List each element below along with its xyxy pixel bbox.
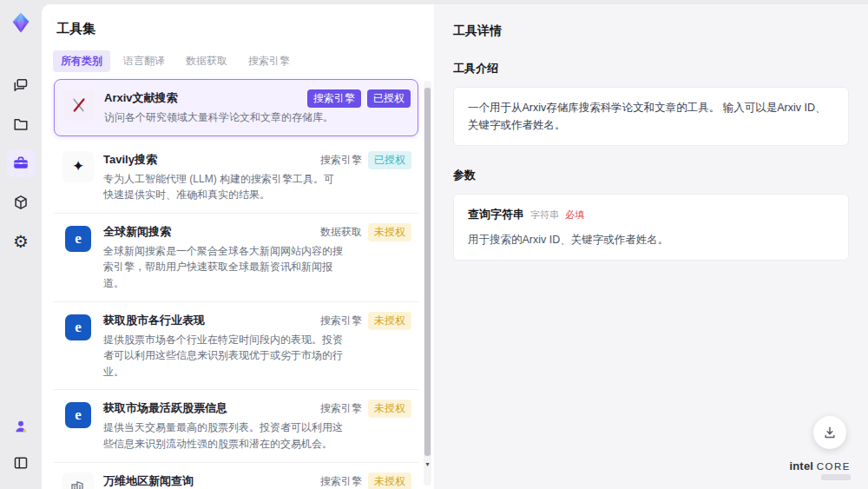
intel-wordmark: intel: [789, 459, 813, 472]
main-window: 工具集 所有类别语言翻译数据获取搜索引擎 Arxiv文献搜索访问各个研究领域大量…: [42, 4, 868, 489]
tool-list: Arxiv文献搜索访问各个研究领域大量科学论文和文章的存储库。搜索引擎已授权✦T…: [42, 77, 434, 489]
tool-card[interactable]: e全球新闻搜索全球新闻搜索是一个聚合全球各大新闻网站内容的搜索引擎，帮助用户快速…: [54, 214, 418, 302]
tool-description: 全球新闻搜索是一个聚合全球各大新闻网站内容的搜索引擎，帮助用户快速获取全球最新资…: [103, 243, 343, 292]
user-icon: [12, 418, 30, 435]
tool-list-panel: 工具集 所有类别语言翻译数据获取搜索引擎 Arxiv文献搜索访问各个研究领域大量…: [42, 4, 434, 489]
gem-logo-icon: [9, 10, 33, 35]
left-rail: ⚙: [0, 0, 42, 489]
tool-card[interactable]: e获取股市各行业表现提供股票市场各个行业在特定时间段内的表现。投资者可以利用这些…: [54, 302, 418, 391]
app-window: ⚙ 工具集 所有类别语言翻译数据获取搜索引擎 Arxiv文献搜索访问各个研究领域…: [0, 0, 868, 489]
intel-core-badge: intel CORE: [789, 459, 851, 480]
download-icon: [822, 425, 838, 440]
folder-icon: [12, 116, 30, 133]
tool-name: 全球新闻搜索: [103, 224, 343, 240]
param-type: 字符串: [530, 208, 559, 223]
panel-toggle-icon: [12, 454, 30, 472]
tool-tags: 搜索引擎未授权: [320, 400, 411, 418]
tool-name: 获取市场最活跃股票信息: [103, 400, 343, 416]
auth-status-badge: 未授权: [368, 223, 411, 241]
tool-detail-panel: 工具详情 工具介绍 一个用于从Arxiv存储库搜索科学论文和文章的工具。 输入可…: [434, 4, 868, 489]
detail-title: 工具详情: [453, 23, 849, 39]
download-button[interactable]: [813, 416, 846, 449]
intel-core-logo: intel CORE: [789, 459, 851, 472]
tool-description: 提供当天交易量最高的股票列表。投资者可以利用这些信息来识别流动性强的股票和潜在的…: [103, 420, 343, 452]
category-tag: 数据获取: [320, 223, 362, 241]
tool-tags: 数据获取未授权: [320, 223, 411, 241]
intro-text: 一个用于从Arxiv存储库搜索科学论文和文章的工具。 输入可以是Arxiv ID…: [468, 102, 826, 131]
tool-tags: 搜索引擎已授权: [307, 89, 411, 108]
category-tag: 搜索引擎: [320, 151, 362, 169]
params-heading: 参数: [453, 168, 849, 183]
tool-name: Tavily搜索: [103, 152, 343, 168]
tool-card[interactable]: 万维地区新闻查询查询具体行政区划内的新闻，快速了解各地新闻动搜索引擎未授权: [54, 463, 418, 489]
param-header: 查询字符串 字符串 必填: [468, 206, 834, 224]
cube-icon: [12, 194, 30, 211]
category-tabs: 所有类别语言翻译数据获取搜索引擎: [42, 37, 434, 77]
juhe-e-icon: e: [62, 223, 94, 254]
auth-status-badge: 已授权: [368, 151, 411, 169]
sidebar-item-user[interactable]: [7, 413, 35, 440]
juhe-e-icon: e: [62, 400, 94, 431]
chat-icon: [12, 76, 30, 94]
tool-card[interactable]: Arxiv文献搜索访问各个研究领域大量科学论文和文章的存储库。搜索引擎已授权: [54, 79, 418, 136]
intro-box: 一个用于从Arxiv存储库搜索科学论文和文章的工具。 输入可以是Arxiv ID…: [453, 87, 849, 146]
tab-3[interactable]: 搜索引擎: [240, 50, 298, 72]
sidebar-item-chat[interactable]: [7, 71, 35, 99]
tab-0[interactable]: 所有类别: [53, 50, 110, 72]
intel-sub-badge: [821, 474, 851, 480]
category-tag: 搜索引擎: [320, 472, 362, 489]
gear-icon: ⚙: [13, 233, 29, 250]
arxiv-icon: [63, 89, 95, 121]
param-box: 查询字符串 字符串 必填 用于搜索的Arxiv ID、关键字或作者姓名。: [453, 194, 849, 261]
toolbox-icon: [11, 154, 30, 173]
tool-card[interactable]: ✦Tavily搜索专为人工智能代理 (LLM) 构建的搜索引擎工具。可快速提供实…: [54, 142, 418, 214]
tavily-icon: ✦: [62, 151, 94, 182]
tool-description: 专为人工智能代理 (LLM) 构建的搜索引擎工具。可快速提供实时、准确和真实的结…: [103, 171, 343, 203]
tab-1[interactable]: 语言翻译: [115, 50, 173, 72]
tool-tags: 搜索引擎已授权: [320, 151, 411, 169]
sidebar-item-settings[interactable]: ⚙: [7, 228, 35, 255]
sidebar-item-models[interactable]: [7, 188, 35, 216]
app-logo[interactable]: [7, 9, 35, 36]
tool-tags: 搜索引擎未授权: [320, 472, 411, 489]
auth-status-badge: 未授权: [368, 400, 411, 418]
sidebar-item-collapse[interactable]: [7, 449, 35, 477]
auth-status-badge: 未授权: [368, 312, 411, 330]
param-required-badge: 必填: [565, 208, 584, 223]
tool-card[interactable]: e获取市场最活跃股票信息提供当天交易量最高的股票列表。投资者可以利用这些信息来识…: [54, 390, 418, 462]
param-description: 用于搜索的Arxiv ID、关键字或作者姓名。: [468, 231, 834, 248]
page-title: 工具集: [42, 4, 434, 37]
auth-status-badge: 已授权: [367, 89, 411, 108]
building-icon: [62, 472, 94, 489]
category-tag: 搜索引擎: [320, 400, 362, 418]
tool-description: 访问各个研究领域大量科学论文和文章的存储库。: [104, 109, 344, 126]
list-scrollbar-thumb[interactable]: [424, 88, 431, 456]
param-name: 查询字符串: [468, 206, 524, 224]
tool-name: 万维地区新闻查询: [103, 473, 343, 489]
tab-2[interactable]: 数据获取: [178, 50, 235, 72]
rail-bottom: [0, 413, 42, 477]
rail-nav: ⚙: [7, 71, 35, 255]
sidebar-item-tools[interactable]: [7, 149, 35, 177]
category-tag: 搜索引擎: [307, 89, 361, 108]
core-wordmark: CORE: [817, 461, 851, 472]
scroll-down-arrow[interactable]: ▾: [424, 460, 431, 468]
tool-tags: 搜索引擎未授权: [320, 312, 411, 330]
tool-name: 获取股市各行业表现: [103, 313, 343, 328]
intro-heading: 工具介绍: [453, 61, 849, 76]
auth-status-badge: 未授权: [368, 472, 411, 489]
juhe-e-icon: e: [62, 312, 94, 343]
sidebar-item-files[interactable]: [7, 110, 35, 138]
tool-description: 提供股票市场各个行业在特定时间段内的表现。投资者可以利用这些信息来识别表现优于或…: [103, 332, 343, 380]
category-tag: 搜索引擎: [320, 312, 362, 330]
